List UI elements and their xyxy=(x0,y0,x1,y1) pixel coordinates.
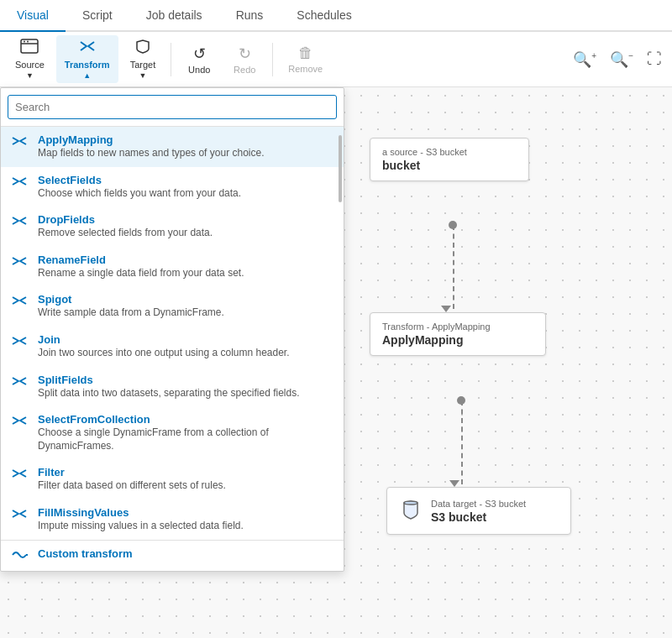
svg-point-2 xyxy=(24,41,25,43)
toolbar-right: 🔍+ 🔍− ⛶ xyxy=(570,47,665,72)
select-from-collection-desc: Choose a single DynamicFrame from a coll… xyxy=(38,426,333,452)
apply-mapping-title: ApplyMapping xyxy=(38,133,333,146)
connector-2 xyxy=(461,400,463,484)
custom-transform-title: Custom transform xyxy=(38,547,333,560)
undo-icon: ↺ xyxy=(193,44,206,63)
target-icon xyxy=(134,39,152,58)
source-label: Source xyxy=(15,60,45,70)
menu-item-custom-transform[interactable]: Custom transform xyxy=(1,540,344,571)
menu-item-spigot[interactable]: Spigot Write sample data from a DynamicF… xyxy=(1,286,344,327)
fit-view-icon: ⛶ xyxy=(647,50,662,67)
connector-arrow-2 xyxy=(449,480,459,487)
undo-button[interactable]: ↺ Undo xyxy=(178,41,220,78)
svg-rect-0 xyxy=(21,39,38,53)
tab-runs[interactable]: Runs xyxy=(219,0,281,32)
source-button[interactable]: Source ▼ xyxy=(7,35,53,83)
menu-item-select-fields[interactable]: SelectFields Choose which fields you wan… xyxy=(1,167,344,207)
menu-list: ApplyMapping Map fields to new names and… xyxy=(1,127,344,571)
menu-item-select-from-collection[interactable]: SelectFromCollection Choose a single Dyn… xyxy=(1,406,344,459)
fill-missing-values-title: FillMissingValues xyxy=(38,506,333,519)
menu-item-filter[interactable]: Filter Filter data based on different se… xyxy=(1,459,344,499)
tab-job-details[interactable]: Job details xyxy=(129,0,219,32)
redo-label: Redo xyxy=(234,65,255,75)
menu-item-apply-mapping[interactable]: ApplyMapping Map fields to new names and… xyxy=(1,127,344,167)
fill-missing-values-icon xyxy=(11,507,29,523)
target-button[interactable]: Target ▼ xyxy=(122,35,165,83)
transform-label: Transform xyxy=(65,60,110,70)
target-label: Target xyxy=(130,60,156,70)
drop-fields-icon xyxy=(11,214,29,230)
menu-item-rename-field[interactable]: RenameField Rename a single data field f… xyxy=(1,247,344,287)
tab-script[interactable]: Script xyxy=(66,0,129,32)
custom-transform-icon xyxy=(11,548,29,564)
spigot-icon xyxy=(11,294,29,310)
transform-dropdown: ApplyMapping Map fields to new names and… xyxy=(0,87,344,572)
menu-item-split-fields[interactable]: SplitFields Split data into two datasets… xyxy=(1,367,344,407)
zoom-in-icon: 🔍+ xyxy=(573,51,596,68)
zoom-in-button[interactable]: 🔍+ xyxy=(570,47,600,72)
target-node-label-small: Data target - S3 bucket xyxy=(431,499,526,509)
menu-item-join[interactable]: Join Join two sources into one output us… xyxy=(1,327,344,367)
spigot-title: Spigot xyxy=(38,293,333,306)
drop-fields-title: DropFields xyxy=(38,213,333,226)
source-node-label-main: bucket xyxy=(382,159,517,172)
join-title: Join xyxy=(38,333,333,346)
filter-desc: Filter data based on different sets of r… xyxy=(38,479,333,493)
fill-missing-values-desc: Impute missing values in a selected data… xyxy=(38,520,333,533)
dropdown-scrollbar[interactable] xyxy=(339,135,342,202)
select-fields-icon xyxy=(11,175,29,191)
transform-button[interactable]: Transform ▲ xyxy=(56,35,118,83)
transform-node-label-small: Transform - ApplyMapping xyxy=(382,322,533,332)
source-node[interactable]: a source - S3 bucket bucket xyxy=(370,138,529,181)
separator-1 xyxy=(171,43,171,76)
spigot-desc: Write sample data from a DynamicFrame. xyxy=(38,306,333,320)
source-node-label-small: a source - S3 bucket xyxy=(382,147,517,157)
filter-icon xyxy=(11,467,29,483)
filter-title: Filter xyxy=(38,466,333,478)
top-tabs: Visual Script Job details Runs Schedules xyxy=(0,0,672,32)
remove-label: Remove xyxy=(288,64,323,74)
select-fields-title: SelectFields xyxy=(38,174,333,186)
main-content: ApplyMapping Map fields to new names and… xyxy=(0,87,672,638)
transform-node[interactable]: Transform - ApplyMapping ApplyMapping xyxy=(370,312,546,356)
transform-node-label-main: ApplyMapping xyxy=(382,333,533,347)
connector-1 xyxy=(453,225,454,309)
zoom-out-icon: 🔍− xyxy=(610,51,633,68)
apply-mapping-icon xyxy=(11,134,29,150)
join-icon xyxy=(11,334,29,350)
fit-view-button[interactable]: ⛶ xyxy=(643,47,665,71)
separator-2 xyxy=(272,43,273,76)
transform-icon xyxy=(78,39,97,58)
rename-field-desc: Rename a single data field from your dat… xyxy=(38,267,333,280)
zoom-out-button[interactable]: 🔍− xyxy=(606,47,637,72)
tab-schedules[interactable]: Schedules xyxy=(280,0,368,32)
svg-point-5 xyxy=(404,501,417,505)
split-fields-icon xyxy=(11,374,29,390)
target-node-label-main: S3 bucket xyxy=(431,510,526,524)
target-node-icon xyxy=(399,498,423,524)
redo-icon: ↻ xyxy=(239,44,251,63)
svg-point-3 xyxy=(27,41,29,43)
split-fields-title: SplitFields xyxy=(38,374,333,386)
remove-icon: 🗑 xyxy=(298,44,313,62)
source-icon xyxy=(20,39,39,58)
search-box xyxy=(1,88,344,127)
select-from-collection-icon xyxy=(11,414,29,430)
toolbar: Source ▼ Transform ▲ Target ▼ ↺ Undo ↻ R… xyxy=(0,32,672,87)
select-fields-desc: Choose which fields you want from your d… xyxy=(38,187,333,201)
menu-item-drop-fields[interactable]: DropFields Remove selected fields from y… xyxy=(1,207,344,247)
remove-button[interactable]: 🗑 Remove xyxy=(280,41,331,77)
apply-mapping-desc: Map fields to new names and types of you… xyxy=(38,147,333,160)
rename-field-title: RenameField xyxy=(38,254,333,266)
menu-item-fill-missing-values[interactable]: FillMissingValues Impute missing values … xyxy=(1,499,344,540)
rename-field-icon xyxy=(11,254,29,270)
select-from-collection-title: SelectFromCollection xyxy=(38,413,333,426)
connector-arrow-1 xyxy=(441,306,451,312)
redo-button[interactable]: ↻ Redo xyxy=(223,41,265,78)
search-input[interactable] xyxy=(8,95,337,119)
join-desc: Join two sources into one output using a… xyxy=(38,347,333,360)
undo-label: Undo xyxy=(188,65,210,75)
target-node[interactable]: Data target - S3 bucket S3 bucket xyxy=(386,487,571,535)
tab-visual[interactable]: Visual xyxy=(0,0,66,32)
drop-fields-desc: Remove selected fields from your data. xyxy=(38,227,333,240)
